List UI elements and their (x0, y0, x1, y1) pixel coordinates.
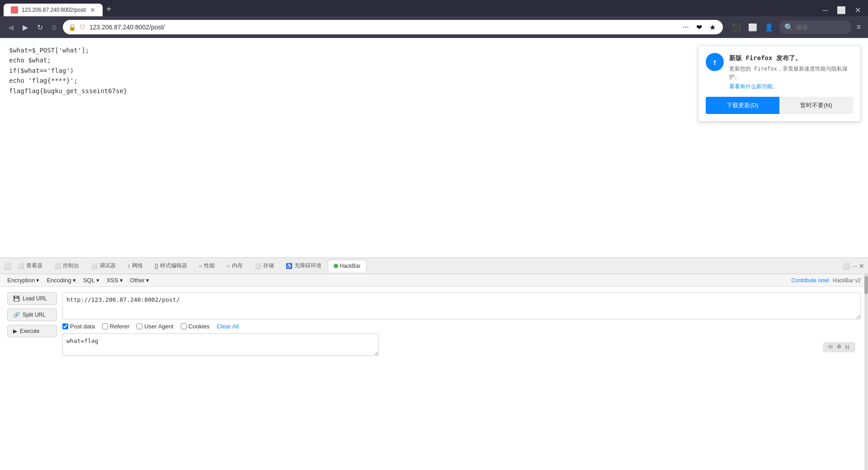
devtools-resize-icon: ⬜ (4, 262, 11, 270)
dock-icon[interactable]: ⬜ (842, 262, 850, 270)
menu-other[interactable]: Other ▾ (130, 277, 150, 284)
post-data-checkbox[interactable]: Post data (62, 323, 95, 330)
navigation-bar: ◀ ▶ ↻ ⌂ 🔒 🛡 123.206.87.240:8002/post/ ··… (0, 16, 868, 38)
update-icon: ↑ (706, 53, 724, 71)
refresh-button[interactable]: ↻ (34, 21, 46, 33)
url-input[interactable]: http://123.206.87.240:8002/post/ (62, 292, 861, 319)
update-text: 新版 Firefox 发布了。 更新您的 Firefox，享受最新速度性能与隐私… (729, 53, 853, 91)
close-button[interactable]: ✕ (851, 4, 864, 16)
menu-icon[interactable]: ≡ (855, 21, 863, 33)
menu-xss[interactable]: XSS ▾ (107, 277, 123, 284)
tab-memory[interactable]: ○ 内存 (221, 259, 248, 272)
not-now-button[interactable]: 暂时不要(N) (779, 97, 853, 114)
encoding-arrow-icon: ▾ (73, 277, 76, 284)
search-input[interactable] (796, 24, 846, 31)
referer-check[interactable] (102, 323, 108, 329)
account-icon[interactable]: 👤 (763, 21, 775, 33)
tab-performance[interactable]: ○ 性能 (193, 259, 220, 272)
forward-button[interactable]: ▶ (20, 21, 31, 33)
split-url-button[interactable]: 🔗 Split URL (7, 309, 57, 321)
active-tab[interactable]: 123.206.87.240:8002/post/ ✕ (4, 4, 103, 16)
menu-encoding[interactable]: Encoding ▾ (47, 277, 75, 284)
devtools-scrollbar[interactable] (864, 274, 868, 470)
sql-label: SQL (83, 277, 95, 284)
other-arrow-icon: ▾ (146, 277, 149, 284)
contribute-link[interactable]: Contribute now! HackBar v2 (792, 277, 861, 284)
maximize-button[interactable]: ⬜ (833, 4, 849, 16)
devtools-panel: ⬜ ⬜ 查看器 ⬜ 控制台 ⬜ 调试器 ↕ 网络 {} 样式编辑器 (0, 257, 868, 470)
execute-label: Execute (20, 328, 39, 334)
menu-sql[interactable]: SQL ▾ (83, 277, 99, 284)
scrollbar-thumb[interactable] (864, 276, 868, 294)
synced-tabs-icon[interactable]: ⬜ (746, 21, 759, 33)
post-data-input[interactable]: what=flag (62, 333, 379, 356)
library-icon[interactable]: ⬛ (730, 21, 743, 33)
update-notification: ↑ 新版 Firefox 发布了。 更新您的 Firefox，享受最新速度性能与… (698, 45, 861, 122)
console-icon: ⬜ (54, 263, 61, 269)
tab-debugger[interactable]: ⬜ 调试器 (85, 259, 121, 272)
search-bar[interactable]: 🔍 (779, 20, 851, 34)
devtools-more-icon[interactable]: ··· (852, 262, 857, 270)
xss-arrow-icon: ▾ (120, 277, 123, 284)
execute-button[interactable]: ▶ Execute (7, 325, 57, 337)
load-url-button[interactable]: 💾 Load URL (7, 292, 57, 305)
back-button[interactable]: ◀ (5, 21, 16, 33)
tab-network[interactable]: ↕ 网络 (122, 259, 148, 272)
hackbar-icon (334, 264, 338, 268)
performance-icon: ○ (199, 263, 202, 269)
post-data-label: Post data (70, 323, 95, 330)
window-controls: ─ ⬜ ✕ (819, 4, 864, 16)
minimize-button[interactable]: ─ (819, 4, 831, 16)
menu-encryption[interactable]: Encryption ▾ (7, 277, 39, 284)
network-icon: ↕ (127, 263, 130, 269)
page-content: $what=$_POST['what']; echo $what; if($wh… (0, 38, 868, 260)
update-title: 新版 Firefox 发布了。 (729, 53, 853, 63)
cookies-check[interactable] (181, 323, 187, 329)
clear-all-button[interactable]: Clear All (217, 323, 239, 330)
execute-icon: ▶ (13, 328, 17, 334)
corner-widget: 中 ♻ 社 (823, 342, 855, 352)
devtools-close-icon[interactable]: ✕ (859, 262, 864, 270)
home-button[interactable]: ⌂ (49, 21, 59, 33)
debugger-icon: ⬜ (91, 263, 98, 269)
load-url-icon: 💾 (13, 295, 20, 302)
tab-hackbar[interactable]: HackBar (328, 260, 367, 272)
split-url-label: Split URL (23, 312, 46, 318)
update-desc: 更新您的 Firefox，享受最新速度性能与隐私保护。 (729, 65, 853, 81)
tab-accessibility[interactable]: ♿ 无障碍环境 (280, 259, 327, 272)
cookies-checkbox[interactable]: Cookies (181, 323, 210, 330)
inspector-icon: ⬜ (18, 263, 24, 269)
split-url-icon: 🔗 (13, 312, 20, 318)
referer-checkbox[interactable]: Referer (102, 323, 129, 330)
accessibility-icon: ♿ (286, 263, 292, 269)
tab-storage[interactable]: ⬜ 存储 (249, 259, 279, 272)
hackbar-right-panel: http://123.206.87.240:8002/post/ Post da… (62, 292, 861, 356)
xss-label: XSS (107, 277, 118, 284)
new-tab-button[interactable]: + (103, 4, 115, 14)
tab-console[interactable]: ⬜ 控制台 (49, 259, 85, 272)
update-link[interactable]: 看看有什么新功能。 (729, 83, 778, 90)
tab-style-editor[interactable]: {} 样式编辑器 (149, 259, 193, 272)
style-icon: {} (155, 263, 158, 269)
pocket-icon[interactable]: ❤ (694, 21, 704, 33)
sql-arrow-icon: ▾ (96, 277, 99, 284)
bookmark-icon[interactable]: ★ (708, 21, 717, 33)
more-options-icon[interactable]: ··· (681, 21, 690, 33)
tab-close-btn[interactable]: ✕ (90, 6, 95, 14)
encryption-arrow-icon: ▾ (36, 277, 39, 284)
tab-title: 123.206.87.240:8002/post/ (22, 7, 86, 13)
devtools-tabs: ⬜ ⬜ 查看器 ⬜ 控制台 ⬜ 调试器 ↕ 网络 {} 样式编辑器 (0, 258, 868, 274)
shield-icon: 🛡 (80, 24, 86, 31)
address-bar[interactable]: 🔒 🛡 123.206.87.240:8002/post/ ··· ❤ ★ (63, 20, 723, 34)
user-agent-check[interactable] (137, 323, 142, 329)
hackbar-menubar: Encryption ▾ Encoding ▾ SQL ▾ XSS ▾ Othe… (0, 274, 868, 287)
other-label: Other (130, 277, 145, 284)
hackbar-version: HackBar v2 (833, 277, 861, 284)
update-header: ↑ 新版 Firefox 发布了。 更新您的 Firefox，享受最新速度性能与… (706, 53, 853, 91)
download-update-button[interactable]: 下载更新(D) (706, 97, 779, 114)
tab-inspector[interactable]: ⬜ 查看器 (12, 259, 48, 272)
search-icon: 🔍 (784, 23, 793, 32)
user-agent-checkbox[interactable]: User Agent (137, 323, 173, 330)
post-data-check[interactable] (62, 323, 68, 329)
update-buttons: 下载更新(D) 暂时不要(N) (706, 97, 853, 114)
